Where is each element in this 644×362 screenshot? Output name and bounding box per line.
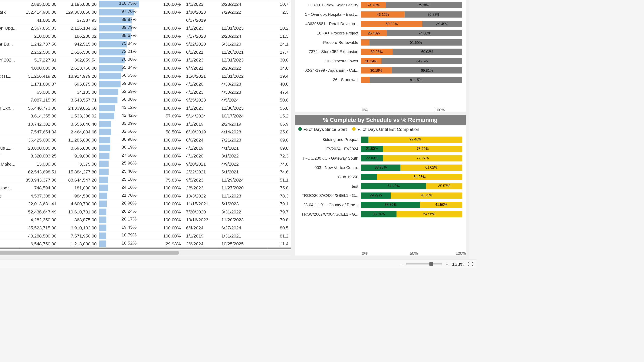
chart-bar-row[interactable]: 10 - Procore Tower 20.24% 79.76%	[297, 57, 462, 65]
table-row[interactable]: 🔗 AU - AULT Substation 7,087,115.39 3,54…	[0, 96, 291, 104]
table-row[interactable]: 🔗 01-333 - Prime Sync Single SOV 3,320,0…	[0, 152, 291, 160]
chart-bar-row[interactable]: 17 - Green Thumb Renewabl... 97.70%	[297, 0, 462, 0]
chart-bar-row[interactable]: TROC/2007/C/004/SSEL1 - G... 29.27% 70.7…	[297, 191, 462, 200]
table-row[interactable]: 🔗 E3-1 - Satellite Facility Repairs 210,…	[0, 32, 291, 40]
chart-bar-row[interactable]: TROC/2007/C - Gateway South 22.03% 77.97…	[297, 154, 462, 163]
table-row[interactable]: 🔗 333-110 - New Solar Facility 358,943,3…	[0, 176, 291, 184]
chart-bar-row[interactable]: Procore Renewable 91.60%	[297, 38, 462, 47]
zoom-in-button[interactable]: +	[446, 261, 448, 267]
table-row[interactable]: 🔗 01-444 - No Prime Sync - UOM 1,171,886…	[0, 80, 291, 88]
table-row[interactable]: 🔗 01-24-1999 - Vortex 40,288,500.00 7,57…	[0, 232, 291, 240]
table-row[interactable]: 🔗 436298881 - Retail Development (TE... …	[0, 72, 291, 80]
table-row[interactable]: 🔗 325 - Procore Data Center 6,548,750.00…	[0, 240, 291, 248]
chart-bar-row[interactable]: 003 - New Vortex Centre 38.98% 61.02%	[297, 163, 462, 172]
table-row[interactable]: 🔗 01-555 - No Prime Sync - Regular Bu...…	[0, 40, 291, 48]
chart-bar-row[interactable]: TROC/2007/C/004/SCEL1 - G... 35.04% 64.9…	[297, 210, 462, 219]
table-row[interactable]: 🔗 2 - Retail - Store 103 3,614,355.00 1,…	[0, 112, 291, 120]
table-row[interactable]: 🔗 23-04-11-01 - County of Procore 7,547,…	[0, 128, 291, 136]
table-row[interactable]: 🔗 A01 - Sweetriver Facility Upgrade 4,53…	[0, 192, 291, 200]
table-row[interactable]: 🔗 19-18-294 - Procore Natatorium 10,742,…	[0, 120, 291, 128]
chart-bar-row[interactable]: 1 - Overlook Hospital - East ... 43.12% …	[297, 10, 462, 19]
chart-bar-row[interactable]: Club 19650 84.23%	[297, 172, 462, 181]
status-bar: Power BI − + 128% ⛶	[0, 259, 476, 268]
table-row[interactable]: 🔗 24-022-091 - Circuit Switcher - FY 202…	[0, 56, 291, 64]
chart-bar-row[interactable]: Bidding and Prequal 92.46%	[297, 135, 462, 144]
chart-schedule-remaining[interactable]: % Complete by Schedule vs % Remaining % …	[295, 114, 466, 255]
fit-page-icon[interactable]: ⛶	[468, 261, 473, 267]
table-row[interactable]: 🔗 8989 - HVAC Upgrades 2,252,500.00 1,62…	[0, 48, 291, 56]
table-row[interactable]: 🔗 16 - Conveyor Belt Upgrades 4,282,350.…	[0, 216, 291, 224]
table-row[interactable]: 🔗 18 - A+ Procore Project 62,543,698.51 …	[0, 168, 291, 176]
table-row[interactable]: 🔗 11 - Northeast Renovation 35,523,715.0…	[0, 224, 291, 232]
table-row[interactable]: 🔗 Physical Security FY23 Substation Upg.…	[0, 24, 291, 32]
zoom-slider[interactable]	[406, 263, 442, 264]
chart-bar-row[interactable]: 436298881 - Retail Develop... 60.55% 39.…	[297, 19, 462, 28]
table-row[interactable]: 🔗 636 - Overlook Hospital - HVAC Upgr...…	[0, 184, 291, 192]
chart-bar-row[interactable]: 26 - Stonewall 91.15%	[297, 75, 462, 84]
chart-jtd-vs-budget[interactable]: JTD Cost vs Revised Budget Job to Date C…	[295, 0, 466, 112]
chart-bar-row[interactable]: 02-24-1999 - Aquarium - Col... 30.19% 69…	[297, 66, 462, 75]
report-canvas: Cost vs Schedule ⓘ Projects 996 Budgets …	[0, 0, 469, 259]
table-row[interactable]: 🔗 3253 - Procore Industrial Park 8: Make…	[0, 160, 291, 168]
table-row[interactable]: 🔗 02-24-1999 - Aquarium - Columbus Z... …	[0, 144, 291, 152]
zoom-level: 128%	[452, 261, 464, 267]
table-row[interactable]: 🔗 POC - Earned Value Analysis 2,885,000.…	[0, 0, 291, 8]
table-row[interactable]: 🔗 Overlook Hospital 65,000.00 34,183.00 …	[0, 88, 291, 96]
table-row[interactable]: 🔗 17 - Green Thumb Renewable Park 132,41…	[0, 8, 291, 16]
chart-bar-row[interactable]: 7372 - Store 352 Expansion 30.98% 69.02%	[297, 47, 462, 56]
table-row[interactable]: 🔗 A1 - Superior Production Centre 22,013…	[0, 200, 291, 208]
chart-bar-row[interactable]: 18 - A+ Procore Project 25.40% 74.60%	[297, 29, 462, 38]
table-row[interactable]: 🔗 10 - Procore Tower 52,436,647.49 10,61…	[0, 208, 291, 216]
table-row[interactable]: 🔗 1 - Overlook Hospital - East Wing Exp.…	[0, 104, 291, 112]
table-row[interactable]: 🔗 7372 - Store 352 Expansion 36,425,000.…	[0, 136, 291, 144]
table-row[interactable]: 🔗 6565 - Owner Funding & Phases 4,000,00…	[0, 64, 291, 72]
cost-vs-schedule-table[interactable]: Cost vs Schedule URLProject NameRevised …	[0, 0, 291, 256]
chart-legend: % of Days Since Start % of Days Until Es…	[295, 125, 466, 133]
chart-bar-row[interactable]: test 64.43% 35.57%	[297, 182, 462, 190]
chart-bar-row[interactable]: 23-04-11-01 - County of Proc... 58.50% 4…	[297, 200, 462, 209]
zoom-out-button[interactable]: −	[400, 261, 403, 267]
table-row[interactable]: 🔗 700 Plumpton Dr 41,600.00 37,387.93 89…	[0, 16, 291, 24]
chart-bar-row[interactable]: EV2024 - EV2024 21.80% 78.20%	[297, 144, 462, 153]
chart-bar-row[interactable]: 333-110 - New Solar Facility 24.70% 75.3…	[297, 1, 462, 9]
horizontal-scrollbar[interactable]	[0, 250, 291, 256]
